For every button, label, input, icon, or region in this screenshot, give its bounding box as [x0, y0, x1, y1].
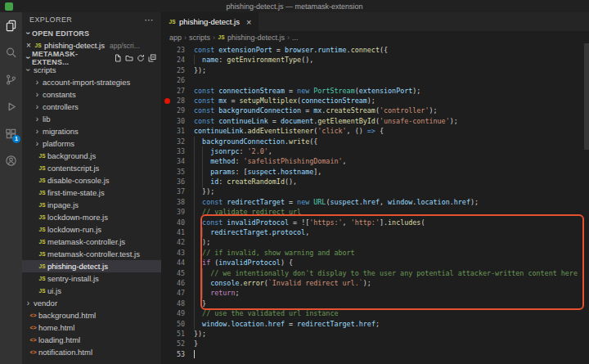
more-actions-icon[interactable]: ⋯	[145, 15, 154, 25]
tree-item-label: contentscript.js	[47, 164, 99, 173]
tree-item-notification.html[interactable]: <>notification.html	[22, 346, 161, 358]
tree-item-label: lockdown-more.js	[47, 213, 108, 222]
breadcrumb-item[interactable]: ...	[292, 34, 299, 42]
code-line-38[interactable]: 38 const redirectTarget = new URL(suspec…	[161, 197, 589, 207]
code-line-44[interactable]: 44 if (invalidProtocol) {	[161, 258, 589, 267]
tree-item-sentry-install.js[interactable]: JSsentry-install.js	[22, 272, 161, 285]
code-line-49[interactable]: 49 // use the validated url instance	[161, 308, 589, 318]
tree-item-lib[interactable]: ›lib	[22, 113, 161, 125]
code-area[interactable]: 23const extensionPort = browser.runtime.…	[161, 43, 589, 364]
breadcrumb-item[interactable]: app	[169, 34, 182, 42]
search-icon[interactable]	[5, 47, 17, 59]
code-line-53[interactable]: 53	[161, 349, 589, 359]
tree-item-migrations[interactable]: ›migrations	[22, 125, 161, 137]
code-line-43[interactable]: 43 // if invalid, show warning and abort	[161, 248, 589, 258]
code-line-29[interactable]: 29const backgroundConnection = mx.create…	[161, 106, 589, 115]
code-line-42[interactable]: 42 );	[161, 237, 589, 247]
tree-item-home.html[interactable]: <>home.html	[22, 321, 161, 334]
code-line-35[interactable]: 35 params: [suspect.hostname],	[161, 167, 589, 177]
tree-item-account-import-strategies[interactable]: ›account-import-strategies	[22, 76, 161, 88]
indent-guide	[202, 146, 203, 187]
tree-item-disable-console.js[interactable]: JSdisable-console.js	[22, 174, 161, 186]
code-line-39[interactable]: 39 // validate redirect url	[161, 207, 589, 217]
line-number: 39	[161, 207, 185, 217]
code-line-32[interactable]: 32 backgroundConnection.write({	[161, 137, 589, 146]
line-content: });	[185, 329, 206, 339]
tree-item-lockdown-more.js[interactable]: JSlockdown-more.js	[22, 211, 161, 223]
code-line-28[interactable]: 28const mx = setupMultiplex(connectionSt…	[161, 96, 589, 106]
open-editor-path: app/scri...	[110, 42, 140, 50]
close-icon[interactable]: ×	[26, 41, 34, 50]
explorer-icon[interactable]	[5, 20, 17, 32]
tree-item-vendor[interactable]: ›vendor	[22, 297, 161, 309]
html-file-icon: <>	[29, 325, 37, 330]
code-line-47[interactable]: 47 return;	[161, 288, 589, 298]
chevron-right-icon: ›	[287, 34, 290, 42]
code-line-36[interactable]: 36 id: createRandomId(),	[161, 177, 589, 186]
tree-item-ui.js[interactable]: JSui.js	[22, 285, 161, 297]
tree-item-loading.html[interactable]: <>loading.html	[22, 334, 161, 346]
tree-item-background.js[interactable]: JSbackground.js	[22, 150, 161, 162]
code-line-52[interactable]: 52}	[161, 339, 589, 348]
tree-item-label: controllers	[43, 102, 79, 111]
tree-item-metamask-controller.test.js[interactable]: JSmetamask-controller.test.js	[22, 248, 161, 260]
refresh-icon[interactable]	[137, 54, 145, 62]
code-line-46[interactable]: 46 console.error(`Invalid redirect url.`…	[161, 278, 589, 288]
run-debug-icon[interactable]	[5, 101, 17, 113]
extensions-icon[interactable]: 1	[5, 128, 17, 140]
file-tree: ›scripts›account-import-strategies›const…	[22, 64, 161, 358]
project-section[interactable]: › METAMASK-EXTENS...	[22, 52, 161, 64]
line-content: // use the validated url instance	[185, 308, 339, 318]
code-line-50[interactable]: 50 window.location.href = redirectTarget…	[161, 319, 589, 329]
code-line-48[interactable]: 48 }	[161, 299, 589, 308]
code-line-45[interactable]: 45 // we intentionally don't display to …	[161, 268, 589, 278]
tree-item-controllers[interactable]: ›controllers	[22, 101, 161, 113]
code-line-23[interactable]: 23const extensionPort = browser.runtime.…	[161, 45, 589, 55]
line-content	[185, 349, 195, 359]
code-line-34[interactable]: 34 method: 'safelistPhishingDomain',	[161, 156, 589, 166]
tree-item-inpage.js[interactable]: JSinpage.js	[22, 199, 161, 211]
code-line-33[interactable]: 33 jsonrpc: '2.0',	[161, 146, 589, 156]
line-number: 48	[161, 299, 185, 308]
code-line-37[interactable]: 37 });	[161, 186, 589, 196]
code-line-31[interactable]: 31continueLink.addEventListener('click',…	[161, 126, 589, 136]
code-line-41[interactable]: 41 redirectTarget.protocol,	[161, 227, 589, 237]
extensions-badge: 1	[12, 135, 20, 143]
tree-item-label: notification.html	[38, 348, 92, 357]
scrollbar-thumb[interactable]	[584, 43, 589, 150]
tree-item-phishing-detect.js[interactable]: JSphishing-detect.js	[22, 260, 161, 272]
tab-phishing-detect[interactable]: JS phishing-detect.js ×	[161, 12, 259, 31]
breadcrumb-item[interactable]: phishing-detect.js	[227, 34, 285, 42]
breadcrumb: app›scripts›JSphishing-detect.js›...	[161, 31, 589, 43]
line-number: 34	[161, 156, 185, 166]
tree-item-platforms[interactable]: ›platforms	[22, 137, 161, 150]
tree-item-metamask-controller.js[interactable]: JSmetamask-controller.js	[22, 236, 161, 248]
tree-item-background.html[interactable]: <>background.html	[22, 309, 161, 321]
source-control-icon[interactable]	[5, 74, 17, 86]
collapse-all-icon[interactable]	[148, 54, 156, 62]
line-content: window.location.href = redirectTarget.hr…	[185, 319, 380, 329]
tree-item-contentscript.js[interactable]: JScontentscript.js	[22, 162, 161, 174]
tree-item-first-time-state.js[interactable]: JSfirst-time-state.js	[22, 186, 161, 199]
code-line-25[interactable]: 25});	[161, 65, 589, 75]
code-line-40[interactable]: 40 const invalidProtocol = !['https:', '…	[161, 218, 589, 227]
open-editors-section[interactable]: › OPEN EDITORS	[22, 27, 161, 39]
new-file-icon[interactable]	[114, 54, 122, 62]
line-content: // we intentionally don't display to the…	[185, 268, 578, 278]
code-line-26[interactable]: 26	[161, 75, 589, 85]
account-icon[interactable]	[5, 155, 17, 167]
breadcrumb-item[interactable]: scripts	[189, 34, 210, 42]
new-folder-icon[interactable]	[125, 54, 133, 62]
line-content: const mx = setupMultiplex(connectionStre…	[185, 96, 375, 106]
tree-item-constants[interactable]: ›constants	[22, 88, 161, 101]
vscode-window: phishing-detect.js — metamask-extension	[0, 0, 589, 364]
code-line-51[interactable]: 51});	[161, 329, 589, 339]
tree-item-lockdown-run.js[interactable]: JSlockdown-run.js	[22, 223, 161, 236]
html-file-icon: <>	[29, 312, 37, 318]
tree-item-label: phishing-detect.js	[47, 262, 108, 271]
close-icon[interactable]: ×	[246, 18, 251, 26]
line-number: 36	[161, 177, 185, 186]
code-line-24[interactable]: 24 name: getEnvironmentType(),	[161, 55, 589, 65]
code-line-27[interactable]: 27const connectionStream = new PortStrea…	[161, 86, 589, 96]
code-line-30[interactable]: 30const continueLink = document.getEleme…	[161, 116, 589, 126]
